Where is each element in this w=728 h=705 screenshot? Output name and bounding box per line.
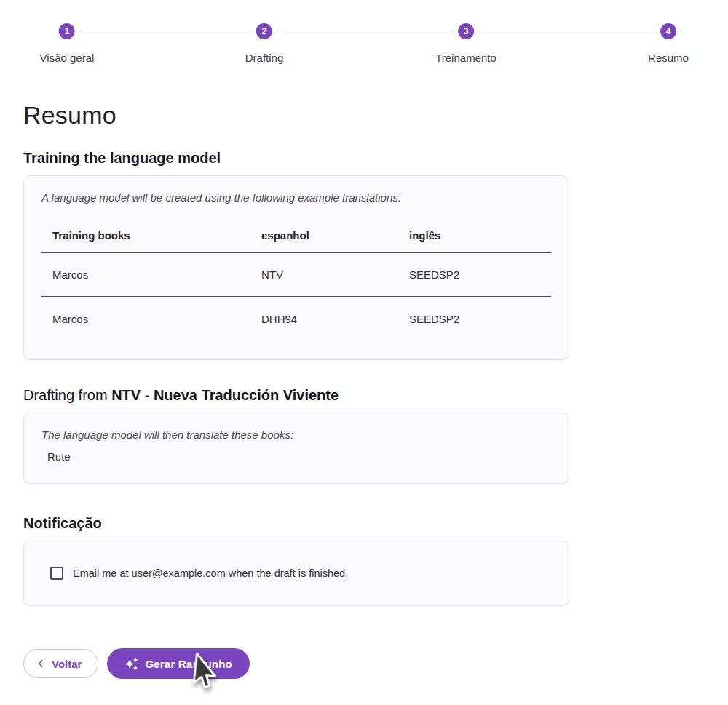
- step-label: Drafting: [245, 52, 284, 64]
- email-checkbox[interactable]: [50, 567, 63, 580]
- step-number-badge[interactable]: 3: [458, 23, 474, 39]
- drafting-section-heading: Drafting from NTV - Nueva Traducción Viv…: [23, 386, 593, 404]
- email-notification-option[interactable]: Email me at user@example.com when the dr…: [50, 567, 348, 580]
- column-header-training-books: Training books: [41, 229, 250, 242]
- generate-draft-button-label: Gerar Rascunho: [145, 658, 232, 670]
- step-number-badge[interactable]: 2: [256, 23, 272, 39]
- stepper-connector: [478, 31, 656, 31]
- cell-espanhol: NTV: [250, 268, 398, 281]
- drafting-heading-prefix: Drafting from: [23, 387, 111, 403]
- step-label: Visão geral: [40, 52, 95, 64]
- step-number-badge[interactable]: 4: [660, 23, 676, 39]
- cell-book: Marcos: [41, 268, 250, 281]
- email-checkbox-label[interactable]: Email me at user@example.com when the dr…: [73, 567, 348, 579]
- cell-ingles: SEEDSP2: [398, 268, 551, 281]
- cell-book: Marcos: [41, 313, 250, 325]
- training-summary-card: A language model will be created using t…: [23, 175, 569, 360]
- notification-section-heading: Notificação: [23, 514, 593, 532]
- wizard-stepper: 1 Visão geral 2 Drafting 3 Treinamento 4…: [0, 0, 728, 70]
- cell-ingles: SEEDSP2: [398, 313, 551, 325]
- stepper-connector: [79, 31, 252, 31]
- drafting-summary-card: The language model will then translate t…: [23, 413, 569, 484]
- table-header-row: Training books espanhol inglês: [41, 218, 551, 253]
- book-item: Rute: [47, 450, 551, 464]
- step-label: Resumo: [648, 52, 689, 64]
- drafting-source-name: NTV - Nueva Traducción Viviente: [111, 387, 339, 403]
- drafting-note: The language model will then translate t…: [41, 428, 551, 442]
- stepper-step-visao-geral[interactable]: 1 Visão geral: [40, 23, 95, 64]
- training-books-table: Training books espanhol inglês Marcos NT…: [41, 218, 551, 340]
- generate-draft-button[interactable]: Gerar Rascunho: [107, 648, 250, 679]
- column-header-ingles: inglês: [398, 229, 551, 242]
- wizard-actions: Voltar Gerar Rascunho: [23, 648, 728, 679]
- back-button-label: Voltar: [52, 658, 82, 670]
- notification-card: Email me at user@example.com when the dr…: [23, 541, 569, 606]
- stepper-step-resumo[interactable]: 4 Resumo: [648, 23, 689, 64]
- step-number-badge[interactable]: 1: [59, 23, 75, 39]
- summary-page: Resumo Training the language model A lan…: [0, 100, 593, 606]
- back-button[interactable]: Voltar: [23, 649, 98, 678]
- table-row: Marcos NTV SEEDSP2: [41, 253, 551, 297]
- stepper-connector: [277, 31, 454, 31]
- table-row: Marcos DHH94 SEEDSP2: [41, 297, 551, 340]
- column-header-espanhol: espanhol: [250, 229, 398, 242]
- training-section-heading: Training the language model: [23, 149, 593, 167]
- drafting-book-list: Rute: [41, 450, 551, 464]
- stepper-step-drafting[interactable]: 2 Drafting: [245, 23, 284, 64]
- chevron-left-icon: [36, 658, 46, 669]
- training-note: A language model will be created using t…: [41, 191, 551, 205]
- step-label: Treinamento: [435, 52, 496, 64]
- sparkles-icon: [124, 657, 138, 671]
- cell-espanhol: DHH94: [250, 313, 398, 325]
- stepper-step-treinamento[interactable]: 3 Treinamento: [435, 23, 496, 64]
- page-title: Resumo: [23, 100, 593, 130]
